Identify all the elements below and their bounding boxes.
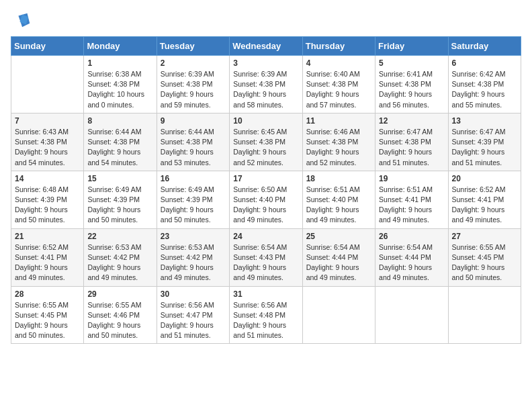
day-number: 13: [452, 116, 517, 126]
day-number: 4: [306, 58, 371, 68]
header-monday: Monday: [84, 37, 157, 56]
day-number: 11: [306, 116, 371, 126]
day-number: 5: [379, 58, 444, 68]
day-info: Sunrise: 6:49 AMSunset: 4:39 PMDaylight:…: [87, 185, 152, 226]
day-number: 23: [161, 232, 226, 241]
calendar-cell: 26Sunrise: 6:54 AMSunset: 4:44 PMDayligh…: [375, 228, 448, 286]
calendar-cell: 28Sunrise: 6:55 AMSunset: 4:45 PMDayligh…: [11, 286, 84, 344]
day-info: Sunrise: 6:53 AMSunset: 4:42 PMDaylight:…: [87, 242, 152, 283]
calendar-cell: 12Sunrise: 6:47 AMSunset: 4:38 PMDayligh…: [375, 113, 448, 171]
calendar-cell: 13Sunrise: 6:47 AMSunset: 4:39 PMDayligh…: [448, 113, 521, 171]
day-number: 9: [161, 116, 226, 126]
day-number: 2: [161, 58, 226, 68]
day-number: 28: [15, 289, 80, 299]
day-info: Sunrise: 6:42 AMSunset: 4:38 PMDaylight:…: [452, 69, 517, 110]
calendar-cell: 2Sunrise: 6:39 AMSunset: 4:38 PMDaylight…: [157, 56, 229, 113]
day-number: 6: [452, 58, 517, 68]
calendar-cell: 24Sunrise: 6:54 AMSunset: 4:43 PMDayligh…: [230, 228, 302, 286]
day-number: 8: [87, 116, 152, 126]
day-number: 7: [15, 116, 80, 126]
day-info: Sunrise: 6:41 AMSunset: 4:38 PMDaylight:…: [379, 69, 444, 110]
header-friday: Friday: [375, 37, 448, 56]
day-info: Sunrise: 6:55 AMSunset: 4:45 PMDaylight:…: [452, 242, 517, 283]
day-number: 26: [379, 232, 444, 241]
day-number: 27: [452, 232, 517, 241]
day-info: Sunrise: 6:54 AMSunset: 4:43 PMDaylight:…: [233, 242, 298, 283]
day-number: 16: [161, 174, 226, 183]
calendar-cell: 31Sunrise: 6:56 AMSunset: 4:48 PMDayligh…: [230, 286, 302, 344]
calendar-cell: 4Sunrise: 6:40 AMSunset: 4:38 PMDaylight…: [302, 56, 375, 113]
calendar-cell: 5Sunrise: 6:41 AMSunset: 4:38 PMDaylight…: [375, 56, 448, 113]
day-number: 29: [87, 289, 152, 299]
day-info: Sunrise: 6:55 AMSunset: 4:46 PMDaylight:…: [87, 300, 152, 341]
day-number: 18: [306, 174, 371, 183]
day-info: Sunrise: 6:46 AMSunset: 4:38 PMDaylight:…: [306, 127, 371, 168]
day-info: Sunrise: 6:39 AMSunset: 4:38 PMDaylight:…: [161, 69, 226, 110]
day-info: Sunrise: 6:47 AMSunset: 4:39 PMDaylight:…: [452, 127, 517, 168]
day-number: 3: [233, 58, 298, 68]
day-info: Sunrise: 6:54 AMSunset: 4:44 PMDaylight:…: [306, 242, 371, 283]
day-info: Sunrise: 6:55 AMSunset: 4:45 PMDaylight:…: [15, 300, 80, 341]
calendar-cell: 1Sunrise: 6:38 AMSunset: 4:38 PMDaylight…: [84, 56, 157, 113]
day-info: Sunrise: 6:49 AMSunset: 4:39 PMDaylight:…: [161, 185, 226, 226]
calendar-cell: 21Sunrise: 6:52 AMSunset: 4:41 PMDayligh…: [11, 228, 84, 286]
calendar-cell: 23Sunrise: 6:53 AMSunset: 4:42 PMDayligh…: [157, 228, 229, 286]
calendar-cell: 17Sunrise: 6:50 AMSunset: 4:40 PMDayligh…: [230, 171, 302, 228]
day-info: Sunrise: 6:43 AMSunset: 4:38 PMDaylight:…: [15, 127, 80, 168]
calendar-cell: 3Sunrise: 6:39 AMSunset: 4:38 PMDaylight…: [230, 56, 302, 113]
day-number: 25: [306, 232, 371, 241]
calendar-cell: [375, 286, 448, 344]
day-info: Sunrise: 6:38 AMSunset: 4:38 PMDaylight:…: [87, 69, 152, 110]
day-number: 10: [233, 116, 298, 126]
header-saturday: Saturday: [448, 37, 521, 56]
calendar-week-5: 28Sunrise: 6:55 AMSunset: 4:45 PMDayligh…: [11, 286, 521, 344]
day-info: Sunrise: 6:45 AMSunset: 4:38 PMDaylight:…: [233, 127, 298, 168]
day-number: 15: [87, 174, 152, 183]
day-number: 14: [15, 174, 80, 183]
day-info: Sunrise: 6:52 AMSunset: 4:41 PMDaylight:…: [15, 242, 80, 283]
calendar-table: SundayMondayTuesdayWednesdayThursdayFrid…: [11, 36, 521, 344]
day-info: Sunrise: 6:56 AMSunset: 4:48 PMDaylight:…: [233, 300, 298, 341]
calendar-cell: 14Sunrise: 6:48 AMSunset: 4:39 PMDayligh…: [11, 171, 84, 228]
logo-icon: [13, 11, 32, 30]
day-info: Sunrise: 6:44 AMSunset: 4:38 PMDaylight:…: [87, 127, 152, 168]
calendar-cell: 25Sunrise: 6:54 AMSunset: 4:44 PMDayligh…: [302, 228, 375, 286]
calendar-cell: [302, 286, 375, 344]
day-number: 21: [15, 232, 80, 241]
calendar-header-row: SundayMondayTuesdayWednesdayThursdayFrid…: [11, 37, 521, 56]
day-number: 19: [379, 174, 444, 183]
day-info: Sunrise: 6:54 AMSunset: 4:44 PMDaylight:…: [379, 242, 444, 283]
page-header: [11, 11, 521, 30]
day-info: Sunrise: 6:50 AMSunset: 4:40 PMDaylight:…: [233, 185, 298, 226]
header-sunday: Sunday: [11, 37, 84, 56]
calendar-cell: 16Sunrise: 6:49 AMSunset: 4:39 PMDayligh…: [157, 171, 229, 228]
calendar-week-3: 14Sunrise: 6:48 AMSunset: 4:39 PMDayligh…: [11, 171, 521, 228]
calendar-cell: 30Sunrise: 6:56 AMSunset: 4:47 PMDayligh…: [157, 286, 229, 344]
day-number: 24: [233, 232, 298, 241]
day-number: 12: [379, 116, 444, 126]
calendar-cell: 11Sunrise: 6:46 AMSunset: 4:38 PMDayligh…: [302, 113, 375, 171]
day-info: Sunrise: 6:51 AMSunset: 4:40 PMDaylight:…: [306, 185, 371, 226]
day-info: Sunrise: 6:52 AMSunset: 4:41 PMDaylight:…: [452, 185, 517, 226]
day-info: Sunrise: 6:40 AMSunset: 4:38 PMDaylight:…: [306, 69, 371, 110]
calendar-cell: 20Sunrise: 6:52 AMSunset: 4:41 PMDayligh…: [448, 171, 521, 228]
calendar-week-4: 21Sunrise: 6:52 AMSunset: 4:41 PMDayligh…: [11, 228, 521, 286]
calendar-cell: 18Sunrise: 6:51 AMSunset: 4:40 PMDayligh…: [302, 171, 375, 228]
calendar-cell: 9Sunrise: 6:44 AMSunset: 4:38 PMDaylight…: [157, 113, 229, 171]
day-info: Sunrise: 6:51 AMSunset: 4:41 PMDaylight:…: [379, 185, 444, 226]
calendar-cell: 19Sunrise: 6:51 AMSunset: 4:41 PMDayligh…: [375, 171, 448, 228]
day-info: Sunrise: 6:39 AMSunset: 4:38 PMDaylight:…: [233, 69, 298, 110]
calendar-week-1: 1Sunrise: 6:38 AMSunset: 4:38 PMDaylight…: [11, 56, 521, 113]
calendar-cell: 6Sunrise: 6:42 AMSunset: 4:38 PMDaylight…: [448, 56, 521, 113]
calendar-cell: 10Sunrise: 6:45 AMSunset: 4:38 PMDayligh…: [230, 113, 302, 171]
calendar-cell: [11, 56, 84, 113]
day-info: Sunrise: 6:48 AMSunset: 4:39 PMDaylight:…: [15, 185, 80, 226]
header-tuesday: Tuesday: [157, 37, 229, 56]
calendar-cell: 22Sunrise: 6:53 AMSunset: 4:42 PMDayligh…: [84, 228, 157, 286]
day-info: Sunrise: 6:56 AMSunset: 4:47 PMDaylight:…: [161, 300, 226, 341]
day-number: 17: [233, 174, 298, 183]
calendar-cell: 7Sunrise: 6:43 AMSunset: 4:38 PMDaylight…: [11, 113, 84, 171]
calendar-cell: 29Sunrise: 6:55 AMSunset: 4:46 PMDayligh…: [84, 286, 157, 344]
logo: [11, 11, 32, 30]
calendar-cell: 27Sunrise: 6:55 AMSunset: 4:45 PMDayligh…: [448, 228, 521, 286]
